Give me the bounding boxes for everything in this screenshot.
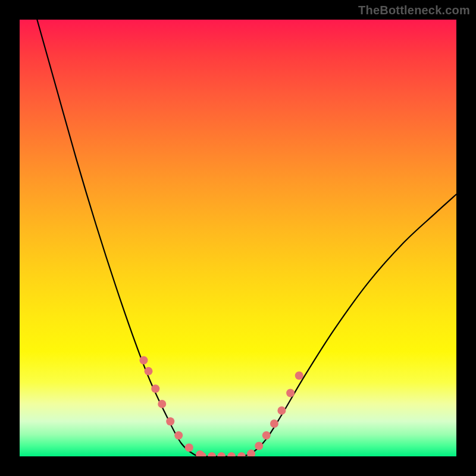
data-dot — [208, 452, 216, 456]
data-dot — [158, 400, 166, 408]
data-dot — [145, 367, 153, 375]
data-dot — [286, 389, 295, 397]
data-dot — [217, 452, 226, 456]
main-curve — [37, 20, 456, 456]
data-dot — [270, 419, 278, 428]
data-dot — [185, 443, 193, 452]
data-dot — [139, 356, 148, 365]
data-dot — [247, 450, 255, 456]
data-dot — [255, 441, 263, 450]
data-dot — [237, 452, 246, 456]
watermark-text: TheBottleneck.com — [358, 4, 470, 17]
data-dot — [227, 452, 236, 456]
data-dot — [151, 384, 159, 393]
data-dots-group — [139, 356, 303, 456]
data-dot — [295, 371, 303, 380]
plot-area — [20, 20, 456, 456]
data-dot — [174, 431, 183, 440]
outer-frame: TheBottleneck.com — [0, 0, 476, 476]
data-dot — [262, 431, 271, 440]
data-dot — [166, 417, 174, 425]
data-dot — [277, 406, 286, 415]
chart-overlay-svg — [20, 20, 456, 456]
